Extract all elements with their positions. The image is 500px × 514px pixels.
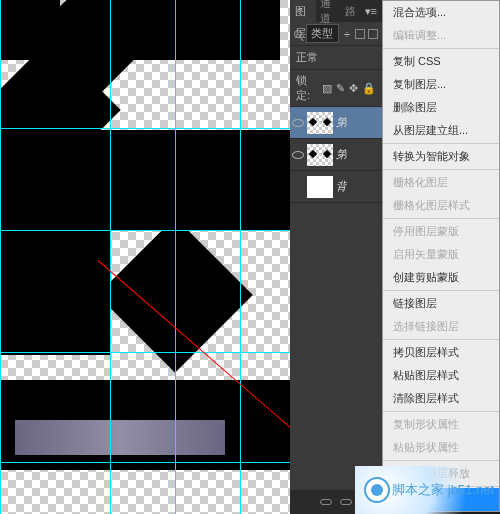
layer-name[interactable]: 背 (336, 179, 347, 194)
layer-name[interactable]: 第 (336, 147, 347, 162)
filter-icon[interactable] (368, 29, 378, 39)
lock-brush-icon[interactable]: ✎ (336, 82, 345, 95)
menu-copy-shape-attr: 复制形状属性 (383, 413, 499, 436)
tab-paths[interactable]: 路 (341, 4, 360, 19)
layer-row[interactable]: 第 (290, 139, 382, 171)
visibility-icon[interactable] (292, 151, 304, 159)
menu-blending-options[interactable]: 混合选项... (383, 1, 499, 24)
menu-copy-css[interactable]: 复制 CSS (383, 50, 499, 73)
visibility-icon[interactable] (292, 119, 304, 127)
menu-rasterize-layer: 栅格化图层 (383, 171, 499, 194)
fx-icon[interactable] (340, 499, 352, 505)
menu-enable-vector-mask: 启用矢量蒙版 (383, 243, 499, 266)
layers-panel: 图层 通道 路 ▾≡ 类型 ÷ 正常 锁定: ▨ ✎ ✥ 🔒 第 第 背 (290, 0, 382, 514)
chevron-down-icon[interactable]: ÷ (343, 28, 351, 40)
menu-duplicate-layer[interactable]: 复制图层... (383, 73, 499, 96)
lock-transparency-icon[interactable]: ▨ (322, 82, 332, 95)
menu-rasterize-style: 栅格化图层样式 (383, 194, 499, 217)
layer-thumbnail[interactable] (307, 112, 333, 134)
menu-paste-shape-attr: 粘贴形状属性 (383, 436, 499, 459)
menu-link-layers[interactable]: 链接图层 (383, 292, 499, 315)
filter-search-icon[interactable] (294, 30, 302, 38)
watermark: 脚本之家 jb51.net (355, 466, 500, 514)
layer-thumbnail[interactable] (307, 176, 333, 198)
lock-label: 锁定: (296, 73, 318, 103)
blur-overlay (15, 420, 225, 455)
blend-mode-select[interactable]: 正常 (290, 46, 382, 70)
menu-group-from-layers[interactable]: 从图层建立组... (383, 119, 499, 142)
layer-name[interactable]: 第 (336, 115, 347, 130)
link-layers-icon[interactable] (320, 499, 332, 505)
menu-copy-style[interactable]: 拷贝图层样式 (383, 341, 499, 364)
menu-clear-style[interactable]: 清除图层样式 (383, 387, 499, 410)
tab-layers[interactable]: 图层 (290, 0, 316, 22)
menu-convert-smart[interactable]: 转换为智能对象 (383, 145, 499, 168)
panel-menu-icon[interactable]: ▾≡ (360, 5, 382, 18)
watermark-logo-icon (363, 476, 391, 504)
filter-kind-select[interactable]: 类型 (306, 24, 339, 43)
filter-icon[interactable] (355, 29, 365, 39)
layer-row[interactable]: 背 (290, 171, 382, 203)
layer-row[interactable]: 第 (290, 107, 382, 139)
menu-select-linked: 选择链接图层 (383, 315, 499, 338)
canvas-area[interactable] (0, 0, 290, 514)
lock-position-icon[interactable]: ✥ (349, 82, 358, 95)
svg-point-1 (371, 484, 383, 496)
menu-edit-adjustment: 编辑调整... (383, 24, 499, 47)
menu-paste-style[interactable]: 粘贴图层样式 (383, 364, 499, 387)
context-menu: 混合选项... 编辑调整... 复制 CSS 复制图层... 删除图层 从图层建… (382, 0, 500, 512)
menu-create-clipping[interactable]: 创建剪贴蒙版 (383, 266, 499, 289)
tab-channels[interactable]: 通道 (316, 0, 340, 26)
menu-disable-mask: 停用图层蒙版 (383, 220, 499, 243)
menu-delete-layer[interactable]: 删除图层 (383, 96, 499, 119)
layer-thumbnail[interactable] (307, 144, 333, 166)
lock-all-icon[interactable]: 🔒 (362, 82, 376, 95)
